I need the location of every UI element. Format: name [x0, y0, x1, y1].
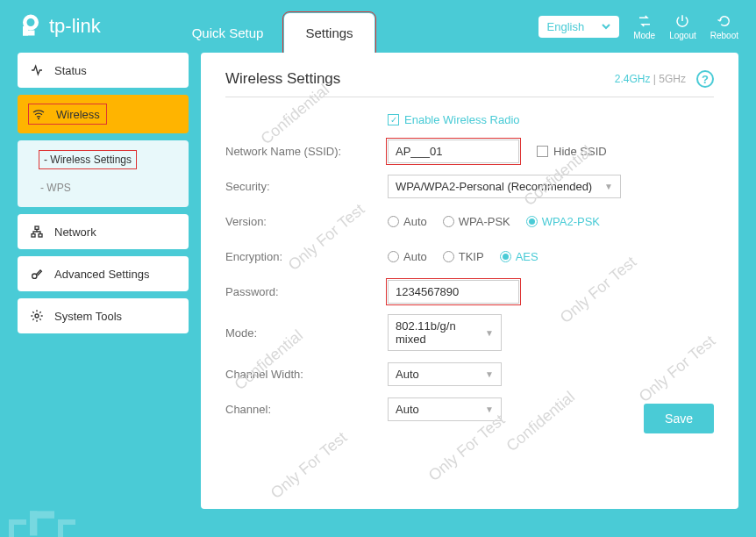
sidebar-item-network[interactable]: Network	[18, 214, 189, 249]
version-wpa-radio[interactable]: WPA-PSK	[443, 215, 510, 228]
hide-ssid-checkbox[interactable]: Hide SSID	[537, 145, 607, 158]
sidebar-submenu: - Wireless Settings - WPS	[18, 140, 189, 207]
checkbox-icon	[388, 114, 399, 125]
sidebar-sub-wireless-settings[interactable]: - Wireless Settings	[18, 146, 189, 174]
channel-label: Channel:	[225, 403, 388, 416]
logout-icon	[674, 13, 690, 29]
sidebar-item-wireless[interactable]: Wireless	[18, 95, 189, 133]
svg-rect-2	[23, 31, 35, 36]
chevron-down-icon: ▼	[485, 405, 494, 414]
svg-rect-4	[35, 226, 39, 229]
sidebar-item-status[interactable]: Status	[18, 53, 189, 88]
sidebar-item-system-tools[interactable]: System Tools	[18, 298, 189, 333]
language-select[interactable]: English	[538, 16, 620, 38]
mode-select[interactable]: 802.11b/g/n mixed▼	[388, 314, 502, 351]
svg-rect-6	[39, 234, 42, 237]
top-tabs: Quick Setup Settings	[171, 0, 374, 53]
status-icon	[30, 63, 44, 77]
chevron-down-icon: ▼	[485, 369, 494, 379]
reboot-icon	[717, 13, 732, 29]
language-value: English	[547, 20, 585, 33]
version-wpa2-radio[interactable]: WPA2-PSK	[526, 215, 600, 228]
ssid-input[interactable]	[388, 140, 519, 163]
logout-button[interactable]: Logout	[669, 13, 696, 40]
header-right: English Mode Logout Reboot	[538, 13, 739, 40]
save-button[interactable]: Save	[644, 404, 714, 433]
password-input[interactable]	[388, 280, 519, 304]
security-label: Security:	[225, 180, 388, 193]
chevron-down-icon: ▼	[604, 182, 613, 191]
reboot-button[interactable]: Reboot	[710, 13, 738, 40]
chevron-down-icon: ▼	[485, 328, 494, 338]
enc-tkip-radio[interactable]: TKIP	[443, 250, 484, 263]
form: Enable Wireless Radio Network Name (SSID…	[225, 113, 714, 421]
version-auto-radio[interactable]: Auto	[388, 215, 427, 228]
channel-width-label: Channel Width:	[225, 368, 388, 381]
tab-quick-setup[interactable]: Quick Setup	[171, 13, 285, 53]
page-title: Wireless Settings	[225, 70, 340, 88]
body: Status Wireless - Wireless Settings - WP…	[0, 53, 756, 526]
sidebar: Status Wireless - Wireless Settings - WP…	[18, 53, 189, 509]
wireless-icon	[32, 107, 46, 121]
tab-settings[interactable]: Settings	[284, 13, 374, 53]
encryption-label: Encryption:	[225, 250, 388, 263]
enable-wireless-checkbox[interactable]: Enable Wireless Radio	[388, 113, 714, 126]
svg-rect-5	[32, 234, 35, 237]
password-label: Password:	[225, 285, 388, 298]
footer-decoration	[9, 519, 75, 537]
chevron-down-icon	[602, 22, 610, 31]
band-switch[interactable]: 2.4GHz | 5GHz	[615, 73, 686, 85]
security-select[interactable]: WPA/WPA2-Personal (Recommended)▼	[388, 175, 621, 198]
enc-aes-radio[interactable]: AES	[500, 250, 538, 263]
svg-point-7	[32, 274, 37, 278]
tplink-icon	[18, 13, 44, 39]
svg-point-3	[38, 118, 39, 119]
sidebar-sub-wps[interactable]: - WPS	[18, 174, 189, 202]
channel-select[interactable]: Auto▼	[388, 397, 502, 421]
checkbox-icon	[537, 146, 548, 157]
enc-auto-radio[interactable]: Auto	[388, 250, 427, 263]
advanced-icon	[30, 267, 44, 281]
brand-logo: tp-link	[18, 13, 101, 39]
version-label: Version:	[225, 215, 388, 228]
help-button[interactable]: ?	[696, 70, 714, 88]
title-row: Wireless Settings 2.4GHz | 5GHz ?	[225, 70, 714, 97]
content-panel: Confidential Only For Test Confidential …	[201, 53, 738, 509]
mode-button[interactable]: Mode	[633, 13, 655, 40]
channel-width-select[interactable]: Auto▼	[388, 362, 502, 386]
gear-icon	[30, 309, 44, 323]
header: tp-link Quick Setup Settings English Mod…	[0, 0, 756, 53]
mode-icon	[637, 13, 653, 29]
sidebar-item-advanced[interactable]: Advanced Settings	[18, 256, 189, 291]
mode-label: Mode:	[225, 326, 388, 340]
ssid-label: Network Name (SSID):	[225, 145, 388, 158]
brand-text: tp-link	[49, 15, 101, 38]
network-icon	[30, 225, 44, 239]
svg-point-8	[35, 314, 39, 318]
